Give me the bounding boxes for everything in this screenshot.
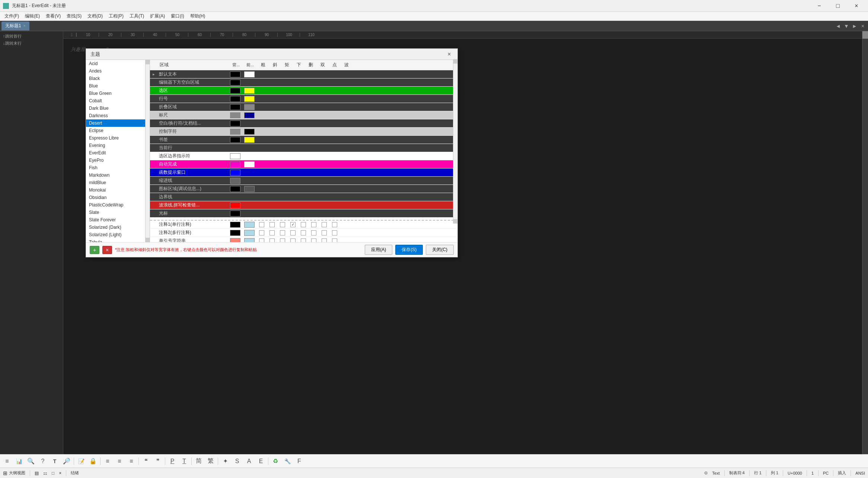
theme-item-everedit[interactable]: EverEdit <box>86 149 145 157</box>
swatch-syntax-bg-comment2[interactable] <box>230 230 240 236</box>
cb-strike-comment2[interactable] <box>301 230 306 235</box>
row-bg-indent[interactable] <box>228 178 242 184</box>
cb-wave-comment2[interactable] <box>332 230 337 235</box>
syntax-double-comment1[interactable] <box>309 222 319 227</box>
cb-italic-comment1[interactable] <box>269 222 275 227</box>
syntax-italic-comment2[interactable] <box>267 230 277 235</box>
swatch-fg-linenumber[interactable] <box>244 96 255 102</box>
theme-item-tabula[interactable]: Tabula <box>86 238 145 242</box>
theme-item-eyepro[interactable]: EyePro <box>86 157 145 164</box>
syntax-wave-comment2[interactable] <box>329 230 340 235</box>
swatch-fg-fold[interactable] <box>244 104 255 110</box>
theme-item-eclipse[interactable]: Eclipse <box>86 127 145 134</box>
syntax-under-comment2[interactable] <box>288 230 298 235</box>
close-dialog-button[interactable]: 关闭(C) <box>426 245 454 255</box>
row-fg-iconarea[interactable] <box>242 186 256 192</box>
cb-under-comment1[interactable] <box>290 222 296 227</box>
cb-rect-string1[interactable] <box>280 238 285 243</box>
syntax-strike-string1[interactable] <box>298 238 309 243</box>
save-button[interactable]: 保存(S) <box>395 245 423 255</box>
syntax-wave-comment1[interactable] <box>329 222 340 227</box>
delete-theme-button[interactable]: × <box>102 246 112 254</box>
swatch-bg-cursor[interactable] <box>230 211 240 216</box>
row-fg-controlchar[interactable] <box>242 129 256 135</box>
theme-item-desert[interactable]: Desert <box>86 119 145 127</box>
cb-strike-comment1[interactable] <box>301 222 306 227</box>
theme-list-scrollbar[interactable]: ▲ ▼ <box>146 60 150 242</box>
syntax-dot-comment1[interactable] <box>319 222 329 227</box>
theme-item-acid[interactable]: Acid <box>86 60 145 67</box>
cb-double-comment2[interactable] <box>311 230 316 235</box>
syntax-rect-comment2[interactable] <box>277 230 288 235</box>
settings-scrollbar-v[interactable]: ▲ ▼ <box>453 60 457 224</box>
swatch-fg-controlchar[interactable] <box>244 129 255 135</box>
row-bg-fnhint[interactable] <box>228 170 242 176</box>
theme-item-mildblue[interactable]: mildBlue <box>86 179 145 186</box>
row-bg-cursor[interactable] <box>228 211 242 216</box>
cb-dot-comment1[interactable] <box>322 222 327 227</box>
swatch-fg-default[interactable] <box>244 71 255 77</box>
theme-item-evening[interactable]: Evening <box>86 142 145 149</box>
swatch-fg-bookmark[interactable] <box>244 137 255 143</box>
swatch-bg-fnhint[interactable] <box>230 170 240 176</box>
row-bg-bookmark[interactable] <box>228 137 242 143</box>
theme-item-slateforever[interactable]: Slate Forever <box>86 216 145 224</box>
cb-rect-comment2[interactable] <box>280 230 285 235</box>
cb-strike-string1[interactable] <box>301 238 306 243</box>
swatch-syntax-fg-string1[interactable] <box>244 238 255 243</box>
swatch-syntax-fg-comment2[interactable] <box>244 230 255 236</box>
cb-under-string1[interactable] <box>290 238 296 243</box>
cb-bold-comment2[interactable] <box>259 230 264 235</box>
add-theme-button[interactable]: + <box>90 246 99 254</box>
syntax-bg-comment2[interactable] <box>228 230 242 236</box>
swatch-fg-selection[interactable] <box>244 88 255 94</box>
row-bg-ruler[interactable] <box>228 112 242 118</box>
syntax-bold-comment2[interactable] <box>256 230 267 235</box>
swatch-bg-indent[interactable] <box>230 178 240 184</box>
theme-item-monokai[interactable]: Monokai <box>86 186 145 194</box>
swatch-syntax-bg-comment1[interactable] <box>230 222 240 228</box>
theme-item-andes[interactable]: Andes <box>86 67 145 75</box>
row-fg-ruler[interactable] <box>242 112 256 118</box>
syntax-dot-string1[interactable] <box>319 238 329 243</box>
theme-item-fish[interactable]: Fish <box>86 164 145 171</box>
syntax-double-string1[interactable] <box>309 238 319 243</box>
syntax-bold-string1[interactable] <box>256 238 267 243</box>
swatch-bg-iconarea[interactable] <box>230 186 240 192</box>
syntax-rect-string1[interactable] <box>277 238 288 243</box>
theme-item-espresso[interactable]: Espresso Libre <box>86 134 145 142</box>
swatch-bg-selection[interactable] <box>230 88 240 94</box>
cb-italic-string1[interactable] <box>269 238 275 243</box>
row-fg-linenumber[interactable] <box>242 96 256 102</box>
syntax-fg-comment1[interactable] <box>242 222 256 228</box>
row-bg-selborder[interactable] <box>228 153 242 159</box>
swatch-bg-fold[interactable] <box>230 104 240 110</box>
swatch-syntax-bg-string1[interactable] <box>230 238 240 243</box>
cb-wave-comment1[interactable] <box>332 222 337 227</box>
cb-under-comment2[interactable] <box>290 230 296 235</box>
cb-rect-comment1[interactable] <box>280 222 285 227</box>
syntax-dot-comment2[interactable] <box>319 230 329 235</box>
row-bg-default[interactable] <box>228 71 242 77</box>
syntax-italic-string1[interactable] <box>267 238 277 243</box>
row-fg-default[interactable] <box>242 71 256 77</box>
row-fg-fold[interactable] <box>242 104 256 110</box>
syntax-under-comment1[interactable] <box>288 222 298 227</box>
swatch-bg-blank[interactable] <box>230 80 240 86</box>
syntax-rect-comment1[interactable] <box>277 222 288 227</box>
settings-scroll-down-icon[interactable]: ▼ <box>453 219 457 224</box>
swatch-bg-default[interactable] <box>230 71 240 77</box>
syntax-strike-comment2[interactable] <box>298 230 309 235</box>
swatch-fg-autocomplete[interactable] <box>244 161 255 167</box>
theme-item-solarizeddark[interactable]: Solarized (Dark) <box>86 224 145 231</box>
syntax-italic-comment1[interactable] <box>267 222 277 227</box>
theme-item-darkness[interactable]: Darkness <box>86 112 145 119</box>
row-bg-selection[interactable] <box>228 88 242 94</box>
cb-double-comment1[interactable] <box>311 222 316 227</box>
syntax-strike-comment1[interactable] <box>298 222 309 227</box>
swatch-bg-ruler[interactable] <box>230 112 240 118</box>
row-bg-linenumber[interactable] <box>228 96 242 102</box>
swatch-bg-whitespace[interactable] <box>230 121 240 126</box>
dialog-close-button[interactable]: × <box>446 51 453 58</box>
apply-button[interactable]: 应用(A) <box>365 245 392 255</box>
